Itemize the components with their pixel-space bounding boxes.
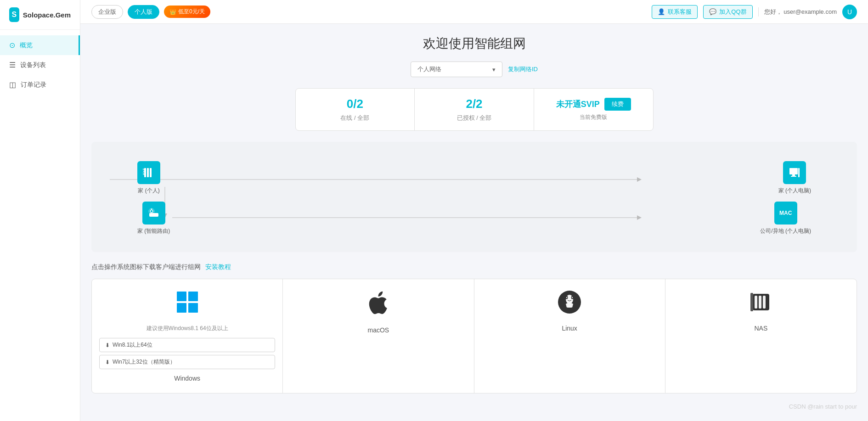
sidebar-logo: S Solopace.Gem	[0, 0, 80, 30]
promo-text: 低至0元/天	[178, 8, 205, 16]
download-icon-2: ⬇	[105, 359, 110, 365]
logo-icon: S	[9, 7, 19, 22]
router-icon	[142, 202, 165, 225]
svg-rect-37	[759, 296, 761, 309]
os-card-windows[interactable]: 建议使用Windows8.1 64位及以上 ⬇ Win8.1以上64位 ⬇ Wi…	[92, 279, 283, 393]
mac-icon: MAC	[774, 202, 797, 225]
join-qq-button[interactable]: 💬 加入QQ群	[703, 5, 752, 19]
download-icon: ⬇	[105, 342, 110, 348]
macos-name: macOS	[368, 326, 389, 334]
contact-service-label: 联系客服	[668, 8, 692, 16]
svip-subtitle: 当前免费版	[580, 113, 607, 121]
tab-personal[interactable]: 个人版	[128, 5, 159, 19]
stat-authorized-value: 2/2	[426, 97, 523, 111]
stat-online-value: 0/2	[307, 97, 404, 111]
main-area: 企业版 个人版 👑 低至0元/天 👤 联系客服 💬 加入QQ群 您	[80, 0, 868, 421]
stats-row: 0/2 在线 / 全部 2/2 已授权 / 全部 未开通SVIP 续费 当前免费…	[295, 88, 654, 131]
sidebar: S Solopace.Gem ⊙ 概览 ☰ 设备列表 ◫ 订单记录	[0, 0, 80, 421]
svg-rect-39	[750, 293, 753, 311]
stat-online: 0/2 在线 / 全部	[296, 89, 415, 130]
nas-platform-name: NAS	[754, 325, 767, 332]
stat-authorized: 2/2 已授权 / 全部	[415, 89, 534, 130]
stat-authorized-label: 已授权 / 全部	[426, 114, 523, 122]
svg-point-32	[566, 297, 567, 298]
svg-rect-24	[177, 292, 186, 301]
network-selector[interactable]: 个人网络 ▾	[411, 62, 502, 77]
linux-name: Linux	[562, 325, 577, 332]
router-label: 家 (智能路由)	[137, 227, 170, 235]
stat-svip: 未开通SVIP 续费 当前免费版	[534, 89, 653, 130]
content-area: 欢迎使用智能组网 个人网络 ▾ 复制网络ID 0/2 在线 / 全部 2/2 已…	[80, 24, 868, 421]
svg-rect-23	[791, 176, 796, 177]
svg-rect-22	[792, 174, 795, 176]
office-mac-label: 公司/异地 (个人电脑)	[760, 227, 811, 235]
header-left: 企业版 个人版 👑 低至0元/天	[91, 5, 210, 19]
join-qq-label: 加入QQ群	[719, 8, 746, 16]
sidebar-nav: ⊙ 概览 ☰ 设备列表 ◫ 订单记录	[0, 30, 80, 421]
network-diagram: N A S 家 (个人)	[91, 142, 857, 252]
win32-download-btn[interactable]: ⬇ Win7以上32位（精简版）	[99, 355, 275, 369]
svg-rect-9	[147, 168, 149, 177]
header-right: 👤 联系客服 💬 加入QQ群 您好， user@example.com U	[652, 5, 857, 19]
os-card-macos[interactable]: macOS	[283, 279, 474, 393]
svg-rect-26	[177, 303, 186, 313]
win64-download-btn[interactable]: ⬇ Win8.1以上64位	[99, 338, 275, 352]
sidebar-item-devices-label: 设备列表	[20, 61, 46, 69]
header: 企业版 个人版 👑 低至0元/天 👤 联系客服 💬 加入QQ群 您	[80, 0, 868, 24]
orders-icon: ◫	[9, 80, 16, 89]
device-router: 家 (智能路由)	[137, 202, 170, 235]
device-office-mac: MAC 公司/异地 (个人电脑)	[760, 202, 811, 235]
sidebar-item-devices[interactable]: ☰ 设备列表	[0, 55, 80, 75]
network-selector-row: 个人网络 ▾ 复制网络ID	[91, 62, 857, 77]
windows-download-btns: ⬇ Win8.1以上64位 ⬇ Win7以上32位（精简版）	[99, 338, 275, 369]
svg-rect-20	[789, 168, 798, 174]
apple-icon	[366, 290, 390, 321]
chevron-down-icon: ▾	[492, 66, 496, 73]
download-section: 点击操作系统图标下载客户端进行组网 安装教程	[91, 263, 857, 393]
devices-icon: ☰	[9, 61, 16, 69]
svg-rect-25	[188, 292, 198, 301]
svg-rect-10	[150, 168, 152, 177]
tutorial-link[interactable]: 安装教程	[205, 263, 231, 270]
windows-note: 建议使用Windows8.1 64位及以上	[147, 325, 228, 332]
svip-title: 未开通SVIP	[556, 99, 600, 110]
tab-enterprise[interactable]: 企业版	[91, 5, 123, 19]
svg-marker-2	[637, 177, 642, 182]
sidebar-item-overview[interactable]: ⊙ 概览	[0, 35, 80, 55]
crown-icon: 👑	[169, 9, 176, 15]
overview-icon: ⊙	[9, 41, 15, 50]
promo-button[interactable]: 👑 低至0元/天	[164, 6, 210, 18]
logo-text: Solopace.Gem	[23, 11, 71, 19]
svg-rect-38	[763, 296, 766, 309]
device-home-pc: 家 (个人电脑)	[778, 161, 811, 195]
home-pc-label: 家 (个人电脑)	[778, 187, 811, 195]
svg-marker-6	[637, 215, 642, 220]
contact-service-button[interactable]: 👤 联系客服	[652, 5, 698, 19]
os-card-nas[interactable]: NAS	[665, 279, 857, 393]
stat-online-label: 在线 / 全部	[307, 114, 404, 122]
page-title: 欢迎使用智能组网	[91, 35, 857, 52]
svg-rect-34	[567, 303, 572, 308]
qq-icon: 💬	[709, 8, 716, 15]
service-icon: 👤	[658, 8, 665, 15]
nas-download-icon	[749, 290, 773, 319]
renew-button[interactable]: 续费	[604, 98, 631, 111]
sidebar-item-orders[interactable]: ◫ 订单记录	[0, 75, 80, 95]
diagram-svg	[110, 156, 839, 238]
windows-name: Windows	[174, 375, 200, 382]
windows-icon	[175, 290, 199, 319]
copy-network-id-link[interactable]: 复制网络ID	[508, 65, 538, 73]
linux-icon	[558, 290, 581, 319]
nas-icon: N A S	[137, 161, 160, 184]
os-grid: 建议使用Windows8.1 64位及以上 ⬇ Win8.1以上64位 ⬇ Wi…	[91, 279, 857, 393]
sidebar-item-orders-label: 订单记录	[21, 81, 46, 89]
os-card-linux[interactable]: Linux	[474, 279, 665, 393]
header-divider	[758, 7, 759, 17]
user-avatar[interactable]: U	[842, 5, 857, 19]
svg-rect-21	[798, 168, 800, 177]
svg-rect-27	[188, 303, 198, 313]
network-name: 个人网络	[417, 65, 441, 73]
svg-rect-36	[755, 296, 757, 309]
svg-point-33	[572, 297, 573, 298]
download-hint: 点击操作系统图标下载客户端进行组网 安装教程	[91, 263, 857, 271]
